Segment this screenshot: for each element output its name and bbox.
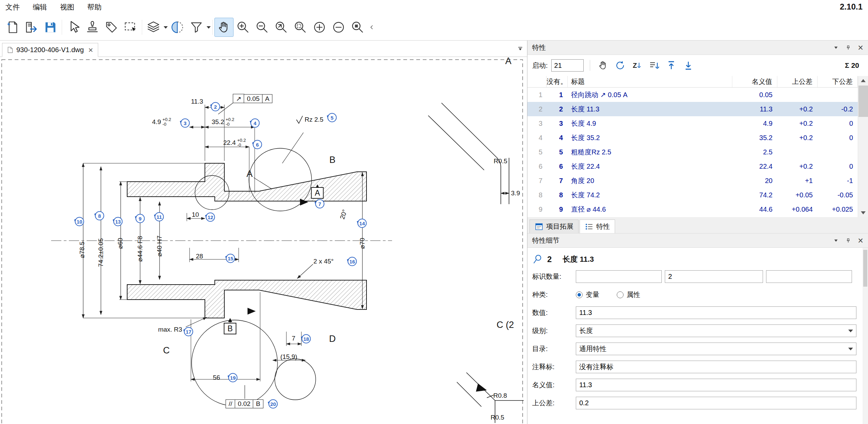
drawing-annotation-d22_4[interactable]: 22.4+0.2-0 [223, 138, 246, 148]
scroll-up-icon[interactable] [858, 76, 868, 85]
col-no[interactable]: 没有。 [547, 76, 568, 87]
details-scrollbar-thumb[interactable] [863, 250, 867, 287]
drawing-annotation-chamf[interactable]: 2 x 45° [313, 258, 333, 265]
tool-filter[interactable] [187, 18, 206, 37]
properties-close-icon[interactable]: × [858, 44, 863, 51]
sort-z-icon[interactable]: Z [630, 59, 644, 72]
balloon-7[interactable]: 7 [315, 199, 325, 209]
balloon-3[interactable]: 3 [181, 119, 190, 128]
col-title[interactable]: 标题 [568, 76, 732, 87]
tab-list-icon[interactable] [517, 45, 524, 53]
tool-open[interactable] [22, 18, 41, 37]
col-nominal[interactable]: 名义值 [732, 76, 777, 87]
level-select[interactable]: 长度 [576, 324, 856, 337]
drawing-canvas[interactable]: ↗0.05A11.324.9+0.2-0335.2+0.2-04Rz 2.552… [0, 57, 527, 424]
drawing-annotation-d11_3[interactable]: 11.3 [191, 98, 203, 105]
properties-pin-icon[interactable] [845, 45, 851, 50]
drawing-annotation-d10[interactable]: 10 [192, 211, 199, 218]
tab-project-extension[interactable]: 项目拓展 [529, 219, 579, 233]
tool-pan[interactable] [214, 18, 234, 37]
drawing-annotation-dia40[interactable]: ⌀40 H7 [155, 236, 163, 257]
tool-mirror[interactable] [168, 18, 187, 37]
drawing-annotation-r05b[interactable]: R0.5 [491, 414, 504, 421]
drawing-annotation-r08[interactable]: R0.8 [493, 392, 507, 399]
balloon-20[interactable]: 20 [269, 399, 278, 409]
col-lower-tol[interactable]: 下公差 [818, 76, 858, 87]
drawing-annotation-dia44[interactable]: ⌀44.6 F8 [136, 236, 144, 262]
tool-select[interactable] [64, 18, 83, 37]
drawing-annotation-rz[interactable]: Rz 2.5 [296, 115, 324, 124]
drawing-annotation-sheetA[interactable]: A [505, 57, 511, 66]
col-upper-tol[interactable]: 上公差 [777, 76, 818, 87]
balloon-17[interactable]: 17 [184, 327, 193, 336]
drawing-annotation-d3_9[interactable]: 3.9 [511, 190, 520, 197]
scrollbar-thumb[interactable] [858, 86, 868, 117]
catalog-select[interactable]: 通用特性 [576, 343, 856, 355]
drawing-annotation-ang20[interactable]: 20° [339, 209, 349, 220]
layers-dropdown-caret[interactable] [164, 26, 168, 29]
drawing-annotation-datumA[interactable]: A [311, 187, 324, 199]
table-row[interactable]: 88长度 74.274.2+0.05-0.05 [527, 188, 858, 202]
tool-zoom-selection[interactable] [348, 18, 367, 37]
kind-radio-variable[interactable]: 变量 [576, 290, 599, 299]
id-qty-input-3[interactable] [766, 270, 852, 283]
balloon-15[interactable]: 15 [226, 254, 235, 263]
tab-close-icon[interactable]: × [88, 47, 93, 54]
table-row[interactable]: 44长度 35.235.2+0.20 [527, 131, 858, 145]
balloon-5[interactable]: 5 [328, 113, 337, 122]
menu-file[interactable]: 文件 [5, 2, 20, 12]
details-collapse-icon[interactable] [833, 238, 839, 243]
move-bottom-icon[interactable] [682, 59, 695, 72]
drawing-annotation-lblC[interactable]: C [163, 345, 170, 356]
table-row[interactable]: 99直径 ⌀ 44.644.6+0.064+0.025 [527, 202, 858, 216]
drawing-annotation-fcf1[interactable]: ↗0.05A [234, 94, 272, 103]
balloon-18[interactable]: 18 [302, 334, 311, 344]
drawing-annotation-d28[interactable]: 28 [196, 253, 203, 260]
document-tab[interactable]: 930-1200-406-V1.dwg × [2, 43, 98, 57]
balloon-10[interactable]: 10 [75, 217, 84, 226]
drawing-annotation-lblB[interactable]: B [329, 155, 335, 165]
upper-tol-input[interactable] [576, 397, 856, 409]
drawing-annotation-lblD[interactable]: D [329, 334, 336, 344]
id-qty-input-2[interactable] [665, 270, 763, 283]
balloon-4[interactable]: 4 [251, 119, 260, 128]
tool-zoom-extents[interactable] [272, 18, 291, 37]
tool-zoom-out[interactable] [253, 18, 272, 37]
tool-marquee[interactable] [121, 18, 140, 37]
drawing-annotation-d35_2[interactable]: 35.2+0.2-0 [212, 117, 235, 127]
drawing-annotation-dia70[interactable]: ⌀70 [358, 238, 366, 249]
balloon-19[interactable]: 19 [228, 373, 238, 382]
balloon-8[interactable]: 8 [95, 211, 104, 221]
id-qty-input-1[interactable] [576, 270, 662, 283]
details-pin-icon[interactable] [845, 238, 851, 243]
details-scrollbar[interactable] [863, 248, 868, 424]
table-row[interactable]: 22长度 11.311.3+0.2-0.2 [527, 102, 858, 116]
drawing-annotation-d74[interactable]: 74.2±0.05 [97, 238, 105, 267]
balloon-13[interactable]: 13 [114, 217, 123, 226]
drawing-annotation-d56[interactable]: 56 [213, 374, 220, 381]
menu-edit[interactable]: 编辑 [33, 2, 47, 12]
table-scrollbar[interactable] [858, 76, 868, 217]
tool-zoom-window[interactable] [291, 18, 310, 37]
tool-new[interactable] [3, 18, 22, 37]
tab-characteristics[interactable]: 特性 [580, 219, 615, 233]
balloon-16[interactable]: 16 [348, 257, 357, 266]
drawing-annotation-lblA[interactable]: A [246, 169, 253, 179]
properties-collapse-icon[interactable] [833, 45, 839, 50]
balloon-6[interactable]: 6 [253, 140, 262, 149]
table-row[interactable]: 77角度 2020+1-1 [527, 173, 858, 188]
nominal-input[interactable] [576, 379, 856, 391]
details-close-icon[interactable]: × [858, 237, 863, 244]
table-row[interactable]: 33长度 4.94.9+0.20 [527, 116, 858, 131]
tool-zoom-in[interactable] [234, 18, 253, 37]
drawing-annotation-fcf2[interactable]: //0.02B [226, 399, 264, 408]
value-input[interactable] [576, 306, 856, 319]
start-input[interactable] [551, 59, 584, 72]
balloon-2[interactable]: 2 [211, 102, 220, 111]
balloon-12[interactable]: 12 [206, 213, 215, 222]
pick-hand-icon[interactable] [596, 59, 610, 72]
drawing-annotation-d4_9[interactable]: 4.9+0.2-0 [152, 117, 171, 127]
balloon-14[interactable]: 14 [358, 219, 367, 228]
drawing-annotation-datumB[interactable]: B [224, 323, 236, 334]
toolbar-collapse-icon[interactable] [367, 18, 376, 37]
